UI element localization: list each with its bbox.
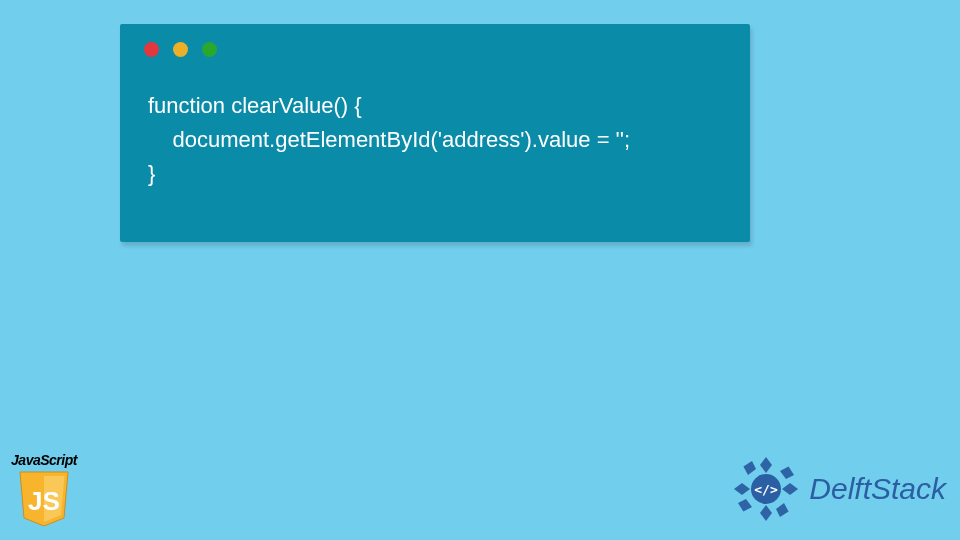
window-controls [120, 24, 750, 57]
javascript-label: JavaScript [8, 452, 80, 468]
maximize-icon[interactable] [202, 42, 217, 57]
minimize-icon[interactable] [173, 42, 188, 57]
code-snippet: function clearValue() { document.getElem… [120, 57, 750, 191]
js-shield-text: JS [28, 486, 60, 516]
close-icon[interactable] [144, 42, 159, 57]
brand: </> DelftStack [731, 454, 946, 524]
code-line: } [148, 161, 155, 186]
brand-logo-icon: </> [731, 454, 801, 524]
code-window: function clearValue() { document.getElem… [120, 24, 750, 242]
code-line: document.getElementById('address').value… [148, 127, 630, 152]
code-line: function clearValue() { [148, 93, 362, 118]
brand-name: DelftStack [809, 472, 946, 506]
svg-text:</>: </> [755, 482, 779, 497]
javascript-shield-icon: JS [18, 470, 70, 528]
javascript-badge: JavaScript JS [8, 452, 80, 528]
